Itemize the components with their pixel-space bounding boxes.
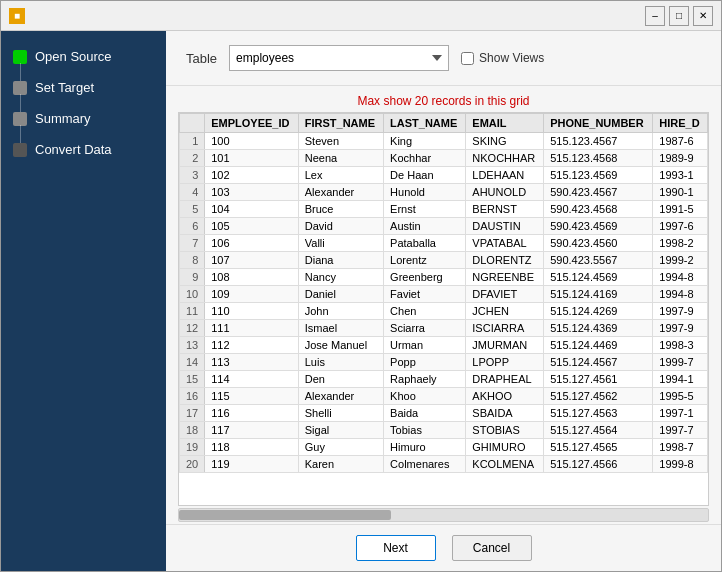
table-row[interactable]: 9108NancyGreenbergNGREENBE515.124.456919… xyxy=(180,269,708,286)
cancel-button[interactable]: Cancel xyxy=(452,535,532,561)
table-row[interactable]: 8107DianaLorentzDLORENTZ590.423.55671999… xyxy=(180,252,708,269)
cell-3: Urman xyxy=(384,337,466,354)
cell-5: 515.127.4565 xyxy=(544,439,653,456)
col-first-name: FIRST_NAME xyxy=(298,114,383,133)
footer: Next Cancel xyxy=(166,524,721,571)
title-bar-left: ■ xyxy=(9,8,25,24)
cell-4: SKING xyxy=(466,133,544,150)
cell-5: 515.123.4567 xyxy=(544,133,653,150)
cell-6: 1999-8 xyxy=(653,456,708,473)
row-number: 12 xyxy=(180,320,205,337)
table-row[interactable]: 14113LuisPoppLPOPP515.124.45671999-7 xyxy=(180,354,708,371)
cell-6: 1999-2 xyxy=(653,252,708,269)
cell-5: 515.124.4469 xyxy=(544,337,653,354)
cell-1: 110 xyxy=(205,303,299,320)
show-views-checkbox[interactable] xyxy=(461,52,474,65)
cell-4: AHUNOLD xyxy=(466,184,544,201)
table-row[interactable]: 12111IsmaelSciarraISCIARRA515.124.436919… xyxy=(180,320,708,337)
cell-3: Popp xyxy=(384,354,466,371)
maximize-button[interactable]: □ xyxy=(669,6,689,26)
table-row[interactable]: 16115AlexanderKhooAKHOO515.127.45621995-… xyxy=(180,388,708,405)
col-last-name: LAST_NAME xyxy=(384,114,466,133)
cell-2: Lex xyxy=(298,167,383,184)
table-row[interactable]: 7106ValliPataballaVPATABAL590.423.456019… xyxy=(180,235,708,252)
cell-6: 1989-9 xyxy=(653,150,708,167)
col-employee-id: EMPLOYEE_ID xyxy=(205,114,299,133)
cell-4: STOBIAS xyxy=(466,422,544,439)
row-number: 6 xyxy=(180,218,205,235)
table-row[interactable]: 4103AlexanderHunoldAHUNOLD590.423.456719… xyxy=(180,184,708,201)
sidebar-label-convert-data: Convert Data xyxy=(35,142,112,157)
cell-5: 515.124.4269 xyxy=(544,303,653,320)
table-row[interactable]: 11110JohnChenJCHEN515.124.42691997-9 xyxy=(180,303,708,320)
cell-1: 106 xyxy=(205,235,299,252)
cell-2: Ismael xyxy=(298,320,383,337)
cell-5: 515.127.4566 xyxy=(544,456,653,473)
table-row[interactable]: 19118GuyHimuroGHIMURO515.127.45651998-7 xyxy=(180,439,708,456)
cell-2: Sigal xyxy=(298,422,383,439)
cell-4: BERNST xyxy=(466,201,544,218)
row-number: 5 xyxy=(180,201,205,218)
cell-5: 515.127.4562 xyxy=(544,388,653,405)
table-row[interactable]: 17116ShelliBaidaSBAIDA515.127.45631997-1 xyxy=(180,405,708,422)
row-number: 9 xyxy=(180,269,205,286)
scrollbar-thumb[interactable] xyxy=(179,510,391,520)
cell-2: David xyxy=(298,218,383,235)
table-row[interactable]: 3102LexDe HaanLDEHAAN515.123.45691993-1 xyxy=(180,167,708,184)
cell-5: 515.123.4569 xyxy=(544,167,653,184)
table-row[interactable]: 20119KarenColmenaresKCOLMENA515.127.4566… xyxy=(180,456,708,473)
row-number: 20 xyxy=(180,456,205,473)
cell-1: 111 xyxy=(205,320,299,337)
cell-3: Ernst xyxy=(384,201,466,218)
cell-4: NKOCHHAR xyxy=(466,150,544,167)
table-row[interactable]: 10109DanielFavietDFAVIET515.124.41691994… xyxy=(180,286,708,303)
table-row[interactable]: 2101NeenaKochharNKOCHHAR515.123.45681989… xyxy=(180,150,708,167)
next-button[interactable]: Next xyxy=(356,535,436,561)
sidebar-item-set-target[interactable]: Set Target xyxy=(1,72,166,103)
table-header-row: EMPLOYEE_ID FIRST_NAME LAST_NAME EMAIL P… xyxy=(180,114,708,133)
cell-1: 101 xyxy=(205,150,299,167)
main-window: ■ – □ ✕ Open Source Set Target Summary xyxy=(0,0,722,572)
col-hire-date: HIRE_D xyxy=(653,114,708,133)
cell-3: Colmenares xyxy=(384,456,466,473)
cell-3: Faviet xyxy=(384,286,466,303)
cell-5: 515.127.4564 xyxy=(544,422,653,439)
table-row[interactable]: 1100StevenKingSKING515.123.45671987-6 xyxy=(180,133,708,150)
minimize-button[interactable]: – xyxy=(645,6,665,26)
cell-2: Jose Manuel xyxy=(298,337,383,354)
cell-1: 100 xyxy=(205,133,299,150)
table-row[interactable]: 5104BruceErnstBERNST590.423.45681991-5 xyxy=(180,201,708,218)
app-icon: ■ xyxy=(9,8,25,24)
sidebar-item-open-source[interactable]: Open Source xyxy=(1,41,166,72)
title-bar: ■ – □ ✕ xyxy=(1,1,721,31)
row-number: 10 xyxy=(180,286,205,303)
cell-4: VPATABAL xyxy=(466,235,544,252)
row-number: 18 xyxy=(180,422,205,439)
cell-1: 108 xyxy=(205,269,299,286)
set-target-icon xyxy=(13,81,27,95)
cell-6: 1998-3 xyxy=(653,337,708,354)
sidebar-item-summary[interactable]: Summary xyxy=(1,103,166,134)
table-row[interactable]: 6105DavidAustinDAUSTIN590.423.45691997-6 xyxy=(180,218,708,235)
col-row-num xyxy=(180,114,205,133)
cell-4: JCHEN xyxy=(466,303,544,320)
row-number: 13 xyxy=(180,337,205,354)
cell-2: Luis xyxy=(298,354,383,371)
cell-6: 1994-1 xyxy=(653,371,708,388)
row-number: 19 xyxy=(180,439,205,456)
table-row[interactable]: 18117SigalTobiasSTOBIAS515.127.45641997-… xyxy=(180,422,708,439)
cell-5: 590.423.5567 xyxy=(544,252,653,269)
row-number: 7 xyxy=(180,235,205,252)
close-button[interactable]: ✕ xyxy=(693,6,713,26)
cell-6: 1994-8 xyxy=(653,286,708,303)
sidebar-item-convert-data[interactable]: Convert Data xyxy=(1,134,166,165)
cell-1: 113 xyxy=(205,354,299,371)
cell-2: Neena xyxy=(298,150,383,167)
data-table-container[interactable]: EMPLOYEE_ID FIRST_NAME LAST_NAME EMAIL P… xyxy=(178,112,709,506)
col-email: EMAIL xyxy=(466,114,544,133)
horizontal-scrollbar[interactable] xyxy=(178,508,709,522)
table-row[interactable]: 13112Jose ManuelUrmanJMURMAN515.124.4469… xyxy=(180,337,708,354)
table-dropdown[interactable]: employees xyxy=(229,45,449,71)
table-row[interactable]: 15114DenRaphaelyDRAPHEAL515.127.45611994… xyxy=(180,371,708,388)
show-views-label: Show Views xyxy=(479,51,544,65)
